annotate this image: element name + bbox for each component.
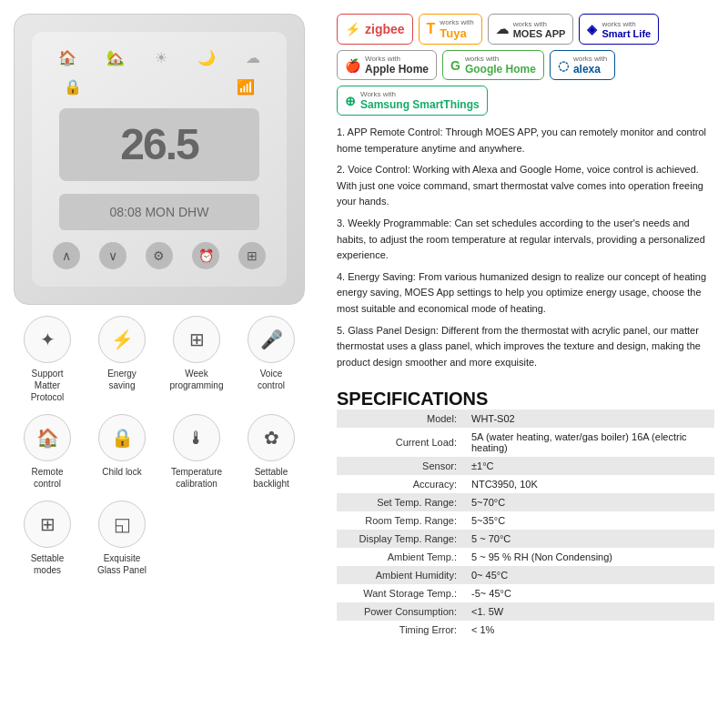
feature-modes-label: Settablemodes [31,552,65,576]
spec-row: Model:WHT-S02 [337,410,714,428]
specs-section: SPECIFICATIONS Model:WHT-S02Current Load… [337,385,714,639]
feature-week: ⊞ Weekprogramming [163,316,230,403]
apple-icon: 🍎 [345,58,360,73]
remote-icon: 🏠 [24,414,71,461]
desc-item-2: 2. Voice Control: Working with Alexa and… [337,162,714,210]
spec-value: NTC3950, 10K [464,475,714,493]
feature-calibration: 🌡 Temperaturecalibration [163,414,230,490]
spec-row: Display Temp. Range:5 ~ 70°C [337,530,714,548]
clock-btn[interactable]: ⏰ [192,242,219,269]
device-top-icons: 🏠 🏡 ☀ 🌙 ☁ [43,49,276,66]
zigbee-label: zigbee [365,22,405,36]
feature-remote-label: Remote control [20,466,75,490]
leaf-icon: 🌙 [197,49,216,66]
badge-alexa: ◌ works with alexa [550,50,615,80]
menu-btn[interactable]: ⊞ [238,242,266,269]
up-btn[interactable]: ∧ [53,242,80,269]
badges-row2: 🍎 Works with Apple Home G works with Goo… [337,50,714,80]
week-icon: ⊞ [173,316,220,363]
feature-backlight-label: Settablebacklight [253,466,288,490]
description-section: 1. APP Remote Control: Through MOES APP,… [337,125,714,376]
spec-value: < 1% [464,621,714,639]
settings-btn[interactable]: ⚙ [146,242,173,269]
moes-text: works with MOES APP [513,20,566,39]
spec-label: Power Consumption: [337,602,464,621]
spec-value: 0~ 45°C [464,566,714,584]
samsung-icon: ⊕ [345,94,356,108]
cloud-icon: ☁ [246,49,260,66]
spec-value: WHT-S02 [464,410,714,428]
spec-row: Timing Error:< 1% [337,621,714,639]
spec-value: -5~ 45°C [464,584,714,602]
spec-row: Sensor:±1°C [337,457,714,475]
spec-row: Set Temp. Range:5~70°C [337,493,714,511]
feature-matter: ✦ SupportMatter Protocol [14,316,81,403]
badges-row3: ⊕ Works with Samsung SmartThings [337,86,714,116]
spec-label: Timing Error: [337,621,464,639]
desc-item-5: 5. Glass Panel Design: Different from th… [337,323,714,371]
apple-text: Works with Apple Home [365,55,429,76]
spec-row: Want Storage Temp.:-5~ 45°C [337,584,714,602]
matter-icon: ✦ [24,316,71,363]
left-column: 🏠 🏡 ☀ 🌙 ☁ 🔒 📶 26.5 08:08 MON DHW [14,14,323,714]
spec-label: Current Load: [337,428,464,457]
spec-value: ±1°C [464,457,714,475]
device-image: 🏠 🏡 ☀ 🌙 ☁ 🔒 📶 26.5 08:08 MON DHW [14,14,305,305]
lock-icon: 🔒 [64,78,82,96]
sub-value: 08:08 MON DHW [110,205,209,219]
spec-value: 5 ~ 70°C [464,530,714,548]
home-icon: 🏠 [58,49,76,66]
calibration-icon: 🌡 [173,414,220,461]
down-btn[interactable]: ∨ [99,242,126,269]
spec-label: Set Temp. Range: [337,493,464,511]
temp-display: 26.5 [59,108,259,181]
feature-energy-label: Energysaving [107,368,136,391]
moes-icon: ☁ [496,22,509,36]
spec-value: 5 ~ 95 % RH (Non Condensing) [464,548,714,566]
specs-table: Model:WHT-S02Current Load:5A (water heat… [337,410,714,639]
feature-modes: ⊞ Settablemodes [14,500,81,576]
features-row3: ⊞ Settablemodes ◱ ExquisiteGlass Panel [14,500,305,576]
desc-item-4: 4. Energy Saving: From various humanized… [337,269,714,318]
sub-display: 08:08 MON DHW [59,194,259,230]
device-mid-icons: 🔒 📶 [43,78,276,96]
tuya-text: works with Tuya [440,18,473,40]
smartlife-text: works with Smart Life [602,20,651,39]
feature-voice-label: Voicecontrol [258,368,285,391]
google-text: works with Google Home [465,55,536,76]
feature-energy: ⚡ Energysaving [88,316,156,403]
energy-icon: ⚡ [98,316,146,363]
badge-apple: 🍎 Works with Apple Home [337,50,437,80]
specs-title: SPECIFICATIONS [337,389,714,410]
house-icon: 🏡 [106,49,125,66]
spec-label: Display Temp. Range: [337,530,464,548]
spec-label: Room Temp. Range: [337,511,464,530]
right-column: ⚡ zigbee T works with Tuya ☁ works with … [337,14,714,714]
feature-week-label: Weekprogramming [170,368,224,391]
feature-voice: 🎤 Voicecontrol [238,316,305,403]
spec-label: Sensor: [337,457,464,475]
spec-row: Current Load:5A (water heating, water/ga… [337,428,714,457]
feature-childlock: 🔒 Child lock [88,414,156,490]
spec-value: 5~35°C [464,511,714,530]
smartlife-icon: ◈ [587,22,597,36]
device-panel: 🏠 🏡 ☀ 🌙 ☁ 🔒 📶 26.5 08:08 MON DHW [32,32,287,287]
badges-container: ⚡ zigbee T works with Tuya ☁ works with … [337,14,714,116]
voice-icon: 🎤 [248,316,295,363]
spec-label: Accuracy: [337,475,464,493]
glass-icon: ◱ [98,500,146,548]
spec-value: 5A (water heating, water/gas boiler) 16A… [464,428,714,457]
tuya-icon: T [427,21,436,37]
badges-row1: ⚡ zigbee T works with Tuya ☁ works with … [337,14,714,45]
feature-matter-label: SupportMatter Protocol [20,368,75,403]
spec-label: Model: [337,410,464,428]
feature-childlock-label: Child lock [102,466,141,478]
badge-zigbee: ⚡ zigbee [337,14,413,45]
device-controls: ∧ ∨ ⚙ ⏰ ⊞ [43,242,276,269]
features-row2: 🏠 Remote control 🔒 Child lock 🌡 Temperat… [14,414,305,490]
spec-row: Power Consumption:<1. 5W [337,602,714,621]
desc-item-3: 3. Weekly Programmable: Can set schedule… [337,216,714,264]
desc-item-1: 1. APP Remote Control: Through MOES APP,… [337,125,714,157]
spec-label: Ambient Temp.: [337,548,464,566]
spec-label: Want Storage Temp.: [337,584,464,602]
